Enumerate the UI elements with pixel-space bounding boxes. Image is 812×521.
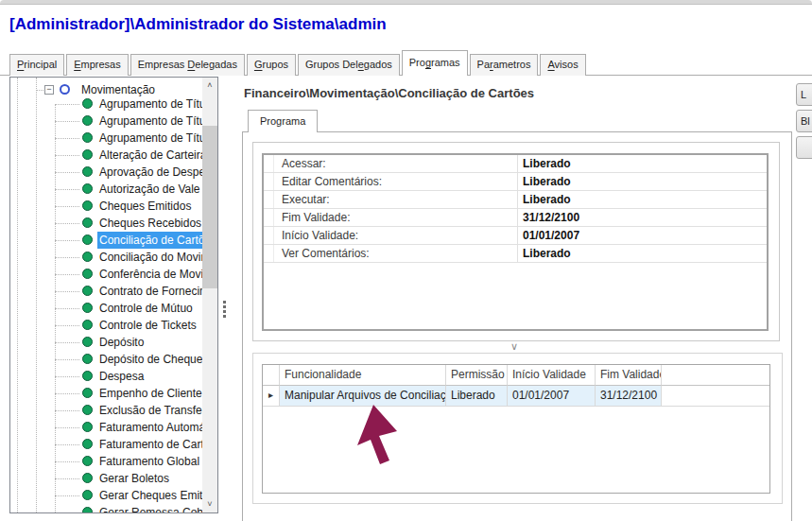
tab-grupos-delegados[interactable]: Grupos Delegados [298, 54, 400, 76]
tree-item-label[interactable]: Faturamento de Cartõ [97, 436, 203, 453]
tree-item-label[interactable]: Faturamento Automá [97, 419, 203, 436]
tree-connector [55, 138, 79, 139]
property-row-executar[interactable]: Executar:Liberado [264, 191, 767, 209]
property-value[interactable]: 01/01/2007 [517, 227, 767, 244]
tree-item-gerar-remessa-cobran[interactable]: Gerar Remessa Cobran [10, 504, 217, 513]
grid-row[interactable]: ▸Manipular Arquivos de ConciliaçãoLibera… [263, 386, 769, 407]
tree-item-label[interactable]: Gerar Remessa Cobran [97, 504, 203, 513]
tree-item-label[interactable]: Despesa [97, 368, 146, 385]
program-circle-icon [82, 490, 93, 500]
scroll-up-icon[interactable]: ˄ [202, 78, 217, 94]
tree-item-label[interactable]: Agrupamento de Títul [97, 130, 203, 147]
tree-item-agrupamento-de-titul[interactable]: Agrupamento de Títul [10, 96, 217, 113]
tree-item-label[interactable]: Agrupamento de Títul [97, 96, 203, 113]
tab-grupos[interactable]: Grupos [247, 54, 296, 76]
column-header-permissao[interactable]: Permissão [446, 365, 508, 386]
tab-programa[interactable]: Programa [248, 110, 318, 132]
tab-avisos[interactable]: Avisos [540, 54, 585, 76]
tree-item-contrato-de-fornecim[interactable]: Contrato de Fornecim [10, 283, 217, 300]
tree-item-label[interactable]: Cheques Recebidos [97, 215, 203, 232]
property-row-acessar[interactable]: Acessar:Liberado [264, 155, 767, 173]
tab-empresas-delegadas[interactable]: Empresas Delegadas [130, 54, 245, 76]
tree-item-controle-de-mutuo[interactable]: Controle de Mútuo [10, 300, 217, 317]
tab-parametros[interactable]: Parametros [470, 54, 539, 76]
property-row-ver-comentarios[interactable]: Ver Comentários:Liberado [264, 245, 767, 263]
tree-item-label[interactable]: Empenho de Cliente [97, 385, 203, 402]
property-value[interactable]: Liberado [517, 155, 767, 172]
tree-item-faturamento-de-carto[interactable]: Faturamento de Cartõ [10, 436, 217, 453]
tree-item-label[interactable]: Cheques Emitidos [97, 198, 193, 215]
property-row-inicio-validade[interactable]: Início Validade:01/01/2007 [264, 227, 767, 245]
collapse-minus-icon[interactable]: − [44, 85, 54, 95]
property-value[interactable]: Liberado [517, 245, 767, 262]
grid-cell[interactable]: Manipular Arquivos de Conciliação [280, 386, 446, 407]
tree-item-label[interactable]: Gerar Cheques Emitid [97, 487, 203, 504]
tree-item-aprovacao-de-despesa[interactable]: Aprovação de Despesa [10, 164, 217, 181]
tree-item-deposito-de-cheques[interactable]: Depósito de Cheques [10, 351, 217, 368]
column-header-inicio-validade[interactable]: Início Validade [508, 365, 596, 386]
tree-item-label[interactable]: Alteração de Carteira d [97, 147, 203, 164]
program-circle-icon [82, 303, 93, 313]
tree-item-label[interactable]: Controle de Mútuo [97, 300, 195, 317]
scroll-down-icon[interactable]: ˅ [202, 496, 217, 512]
side-button-bl[interactable]: Bl [796, 110, 812, 132]
tree-item-label[interactable]: Depósito [97, 334, 146, 351]
property-value[interactable]: Liberado [517, 191, 767, 208]
tree-item-deposito[interactable]: Depósito [10, 334, 217, 351]
tree-item-label[interactable]: Controle de Tickets [97, 317, 199, 334]
tree-item-conciliacao-de-cartoe[interactable]: Conciliação de Cartõe [10, 232, 217, 249]
tree-item-cheques-emitidos[interactable]: Cheques Emitidos [10, 198, 217, 215]
tab-principal[interactable]: Principal [9, 54, 64, 76]
property-value[interactable]: Liberado [517, 173, 767, 190]
tree-item-empenho-de-cliente[interactable]: Empenho de Cliente [10, 385, 217, 402]
scrollbar-thumb[interactable] [202, 126, 217, 288]
tab-empresas[interactable]: Empresas [66, 54, 129, 76]
tree-connector [55, 512, 79, 513]
program-circle-icon [82, 200, 93, 211]
tree-item-label[interactable]: Contrato de Fornecim [97, 283, 203, 300]
collapse-chevron-icon[interactable]: ∨ [507, 340, 522, 353]
tree-item-controle-de-tickets[interactable]: Controle de Tickets [10, 317, 217, 334]
tree-item-faturamento-automa[interactable]: Faturamento Automá [10, 419, 217, 436]
tree-item-despesa[interactable]: Despesa [10, 368, 217, 385]
tree-item-label[interactable]: Conciliação do Movim [97, 249, 203, 266]
tree-connector [55, 274, 79, 275]
tree-connector [55, 121, 79, 122]
tree-item-label[interactable]: Exclusão de Transferê [97, 402, 203, 419]
property-row-editar-comentarios[interactable]: Editar Comentários:Liberado [264, 173, 767, 191]
tree-item-label[interactable]: Conferência de Movim [97, 266, 203, 283]
tree-item-conciliacao-do-movim[interactable]: Conciliação do Movim [10, 249, 217, 266]
side-button-l[interactable]: L [796, 83, 812, 106]
grid-cell[interactable]: 01/01/2007 [508, 386, 596, 407]
grid-cell[interactable]: 31/12/2100 [596, 386, 662, 407]
tree-item-alteracao-de-carteira-d[interactable]: Alteração de Carteira d [10, 147, 217, 164]
column-header-fim-validade[interactable]: Fim Validade [596, 365, 662, 386]
tree-connector [55, 155, 79, 156]
tree-item-cheques-recebidos[interactable]: Cheques Recebidos [10, 215, 217, 232]
tree-item-label[interactable]: Autorização de Vale M [97, 181, 203, 198]
column-header-funcionalidade[interactable]: Funcionalidade [280, 365, 446, 386]
program-circle-icon [82, 405, 93, 415]
tree-item-label[interactable]: Conciliação de Cartõe [97, 232, 203, 249]
side-button-3[interactable] [796, 136, 812, 159]
tree-item-gerar-cheques-emitid[interactable]: Gerar Cheques Emitid [10, 487, 217, 504]
tree-scrollbar[interactable]: ˄ ˅ [202, 78, 217, 512]
tree-item-agrupamento-de-titul[interactable]: Agrupamento de Títul [10, 113, 217, 130]
tree-item-label[interactable]: Faturamento Global [97, 453, 201, 470]
tree-item-label[interactable]: Agrupamento de Títul [97, 113, 203, 130]
tree-item-label[interactable]: Gerar Boletos [97, 470, 171, 487]
tree-item-conferencia-de-movim[interactable]: Conferência de Movim [10, 266, 217, 283]
tree-item-faturamento-global[interactable]: Faturamento Global [10, 453, 217, 470]
grid-cell[interactable]: Liberado [446, 386, 508, 407]
tree-item-agrupamento-de-titul[interactable]: Agrupamento de Títul [10, 130, 217, 147]
property-row-fim-validade[interactable]: Fim Validade:31/12/2100 [264, 209, 767, 227]
tree-item-label[interactable]: Aprovação de Despesa [97, 164, 203, 181]
tree-item-label[interactable]: Depósito de Cheques [97, 351, 203, 368]
tab-programas[interactable]: Programas [402, 50, 468, 76]
panel-splitter-handle[interactable] [222, 301, 226, 320]
property-value[interactable]: 31/12/2100 [517, 209, 767, 226]
tree-connector [55, 427, 79, 428]
tree-item-gerar-boletos[interactable]: Gerar Boletos [10, 470, 217, 487]
tree-item-autorizacao-de-vale-m[interactable]: Autorização de Vale M [10, 181, 217, 198]
tree-item-exclusao-de-transfere[interactable]: Exclusão de Transferê [10, 402, 217, 419]
